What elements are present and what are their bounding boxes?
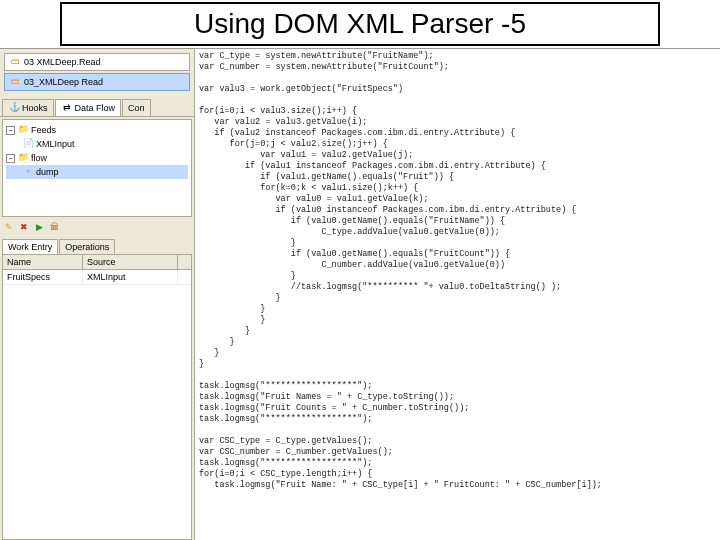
component-icon: ▫ bbox=[22, 166, 34, 178]
folder-icon: 📁 bbox=[17, 124, 29, 136]
project-icon: 🗃 bbox=[9, 56, 21, 68]
project-icon: 🗃 bbox=[9, 76, 21, 88]
project-item[interactable]: 🗃 03 XMLDeep.Read bbox=[4, 53, 190, 71]
folder-icon: 📁 bbox=[17, 152, 29, 164]
project-label: 03_XMLDeep Read bbox=[24, 77, 103, 87]
collapse-icon[interactable]: − bbox=[6, 126, 15, 135]
tab-hooks[interactable]: ⚓ Hooks bbox=[2, 99, 54, 116]
tab-operations[interactable]: Operations bbox=[59, 239, 115, 254]
hook-icon: ⚓ bbox=[8, 102, 20, 114]
tree-item-selected[interactable]: ▫ dump bbox=[6, 165, 188, 179]
tree-item[interactable]: − 📁 flow bbox=[6, 151, 188, 165]
work-entry-table: Name Source FruitSpecs XMLInput bbox=[2, 254, 192, 540]
project-item-selected[interactable]: 🗃 03_XMLDeep Read bbox=[4, 73, 190, 91]
tree-panel: − 📁 Feeds 📄 XMLInput − 📁 flow ▫ dump bbox=[2, 119, 192, 217]
slide-title: Using DOM XML Parser -5 bbox=[60, 2, 660, 46]
tab-config[interactable]: Con bbox=[122, 99, 151, 116]
code-editor[interactable]: var C_type = system.newAttribute("FruitN… bbox=[195, 49, 720, 540]
doc-icon: 📄 bbox=[22, 138, 34, 150]
left-tabs: ⚓ Hooks ⇄ Data Flow Con bbox=[0, 97, 194, 117]
cell-source: XMLInput bbox=[83, 270, 178, 284]
tab-dataflow[interactable]: ⇄ Data Flow bbox=[55, 99, 122, 116]
project-label: 03 XMLDeep.Read bbox=[24, 57, 101, 67]
tree-item[interactable]: 📄 XMLInput bbox=[6, 137, 188, 151]
tree-root[interactable]: − 📁 Feeds bbox=[6, 123, 188, 137]
col-header-source[interactable]: Source bbox=[83, 255, 178, 269]
project-selector: 🗃 03 XMLDeep.Read 🗃 03_XMLDeep Read bbox=[0, 49, 194, 97]
new-icon[interactable]: ✎ bbox=[3, 222, 15, 234]
run-icon[interactable]: ▶ bbox=[33, 222, 45, 234]
delete-icon[interactable]: ✖ bbox=[18, 222, 30, 234]
toolbar: ✎ ✖ ▶ 🏛 bbox=[0, 219, 194, 237]
tab-workentry[interactable]: Work Entry bbox=[2, 239, 58, 254]
col-header-name[interactable]: Name bbox=[3, 255, 83, 269]
table-header: Name Source bbox=[3, 255, 191, 270]
stop-icon[interactable]: 🏛 bbox=[48, 222, 60, 234]
bottom-tabs: Work Entry Operations bbox=[0, 237, 194, 254]
app-frame: 🗃 03 XMLDeep.Read 🗃 03_XMLDeep Read ⚓ Ho… bbox=[0, 48, 720, 540]
flow-icon: ⇄ bbox=[61, 102, 73, 114]
table-row[interactable]: FruitSpecs XMLInput bbox=[3, 270, 191, 285]
collapse-icon[interactable]: − bbox=[6, 154, 15, 163]
left-panel: 🗃 03 XMLDeep.Read 🗃 03_XMLDeep Read ⚓ Ho… bbox=[0, 49, 195, 540]
cell-name: FruitSpecs bbox=[3, 270, 83, 284]
